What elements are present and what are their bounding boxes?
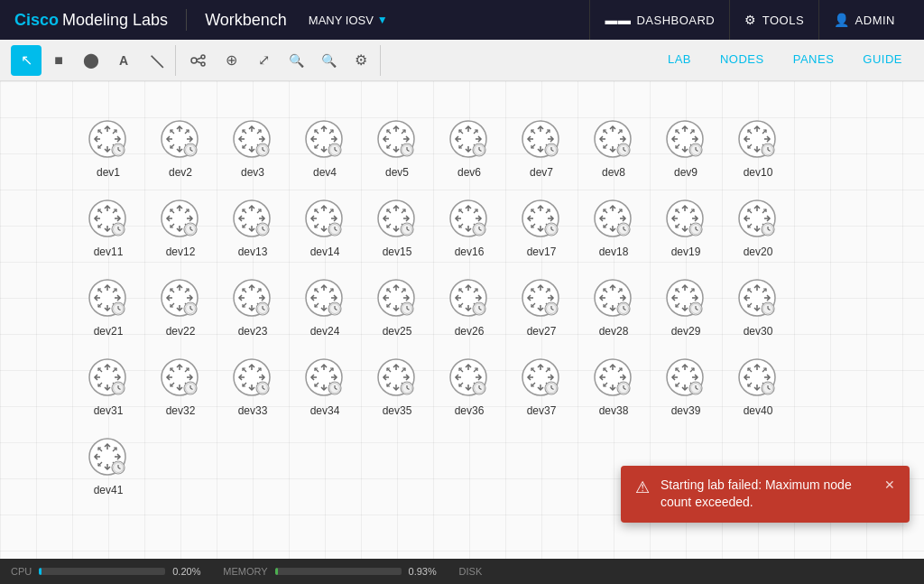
line-tool-button[interactable]: | [134, 38, 178, 81]
rectangle-tool-button[interactable]: ■ [43, 45, 74, 76]
tab-nodes[interactable]: NODES [706, 47, 779, 73]
node-item-dev12[interactable]: dev12 [144, 197, 217, 258]
node-item-dev23[interactable]: dev23 [217, 276, 289, 338]
node-icon [591, 356, 636, 401]
toolbar: ↖ ■ ⬤ A | ⊕ ⤢ 🔍 🔍 ⚙ LAB NODES PANES GUID… [0, 40, 924, 81]
node-icon [735, 117, 781, 162]
node-item-dev11[interactable]: dev11 [72, 197, 144, 258]
node-label: dev36 [455, 404, 485, 417]
tab-lab[interactable]: LAB [653, 47, 706, 73]
node-item-dev20[interactable]: dev20 [722, 197, 794, 258]
circle-tool-button[interactable]: ⬤ [76, 45, 106, 76]
zoom-out-button[interactable]: 🔍 [281, 45, 311, 76]
memory-value: 0.93% [409, 566, 445, 577]
toast-message: Starting lab failed: Maximum node count … [661, 477, 873, 512]
nav-tools[interactable]: ⚙ TOOLS [729, 0, 818, 40]
node-item-dev31[interactable]: dev31 [72, 356, 144, 417]
node-icon [447, 276, 492, 321]
node-label: dev28 [599, 325, 629, 338]
nav-dashboard[interactable]: ▬▬ DASHBOARD [589, 0, 729, 40]
canvas-settings-button[interactable]: ⚙ [346, 45, 376, 76]
node-item-dev3[interactable]: dev3 [217, 117, 289, 179]
node-item-dev14[interactable]: dev14 [289, 197, 361, 258]
page-title: Workbench [205, 11, 287, 30]
node-icon [663, 276, 708, 321]
node-item-dev8[interactable]: dev8 [578, 117, 650, 179]
cpu-bar-fill [39, 568, 42, 575]
node-item-dev35[interactable]: dev35 [361, 356, 433, 417]
node-item-dev4[interactable]: dev4 [289, 117, 361, 179]
toolbar-tabs: LAB NODES PANES GUIDE [653, 47, 917, 73]
tab-panes[interactable]: PANES [779, 47, 849, 73]
node-item-dev26[interactable]: dev26 [433, 276, 505, 338]
zoom-in-button[interactable]: 🔍 [313, 45, 344, 76]
lab-selector[interactable]: MANY IOSV ▼ [309, 14, 388, 27]
cpu-status: CPU 0.20% [11, 566, 223, 577]
node-item-dev5[interactable]: dev5 [361, 117, 433, 179]
node-item-dev38[interactable]: dev38 [578, 356, 650, 417]
node-item-dev15[interactable]: dev15 [361, 197, 433, 258]
node-item-dev25[interactable]: dev25 [361, 276, 433, 338]
node-item-dev9[interactable]: dev9 [650, 117, 722, 179]
node-item-dev36[interactable]: dev36 [433, 356, 505, 417]
node-item-dev7[interactable]: dev7 [505, 117, 578, 179]
node-label: dev12 [166, 246, 196, 258]
node-item-dev22[interactable]: dev22 [144, 276, 217, 338]
node-label: dev23 [238, 325, 268, 338]
node-item-dev34[interactable]: dev34 [289, 356, 361, 417]
fit-button[interactable]: ⤢ [248, 45, 279, 76]
node-icon [735, 276, 781, 321]
text-tool-button[interactable]: A [108, 45, 139, 76]
user-icon: 👤 [834, 13, 850, 27]
node-icon [735, 197, 781, 242]
nav-admin[interactable]: 👤 ADMIN [818, 0, 910, 40]
node-item-dev37[interactable]: dev37 [505, 356, 578, 417]
cpu-bar [39, 568, 165, 575]
node-item-dev21[interactable]: dev21 [72, 276, 144, 338]
node-item-dev33[interactable]: dev33 [217, 356, 289, 417]
locate-button[interactable]: ⊕ [216, 45, 246, 76]
node-icon [302, 356, 347, 401]
node-item-dev10[interactable]: dev10 [722, 117, 794, 179]
node-icon [519, 197, 564, 242]
node-item-dev28[interactable]: dev28 [578, 276, 650, 338]
node-item-dev1[interactable]: dev1 [72, 117, 144, 179]
toast-close-button[interactable]: ✕ [884, 477, 895, 492]
node-item-dev16[interactable]: dev16 [433, 197, 505, 258]
node-item-dev24[interactable]: dev24 [289, 276, 361, 338]
node-icon [663, 356, 708, 401]
app-logo: Cisco Modeling Labs [14, 11, 168, 30]
node-label: dev20 [744, 246, 773, 258]
node-item-dev40[interactable]: dev40 [722, 356, 794, 417]
node-label: dev22 [166, 325, 196, 338]
app-header: Cisco Modeling Labs Workbench MANY IOSV … [0, 0, 924, 40]
connect-button[interactable] [183, 45, 214, 76]
node-icon [519, 117, 564, 162]
node-item-dev17[interactable]: dev17 [505, 197, 578, 258]
lab-selector-label: MANY IOSV [309, 14, 374, 27]
node-icon [302, 276, 347, 321]
node-item-dev27[interactable]: dev27 [505, 276, 578, 338]
statusbar: CPU 0.20% MEMORY 0.93% DISK [0, 559, 924, 584]
node-label: dev3 [241, 166, 264, 179]
node-item-dev2[interactable]: dev2 [144, 117, 217, 179]
node-item-dev41[interactable]: dev41 [72, 435, 144, 496]
gear-icon: ⚙ [744, 13, 757, 27]
node-item-dev32[interactable]: dev32 [144, 356, 217, 417]
node-item-dev19[interactable]: dev19 [650, 197, 722, 258]
node-item-dev18[interactable]: dev18 [578, 197, 650, 258]
error-toast: ⚠ Starting lab failed: Maximum node coun… [621, 466, 910, 523]
node-item-dev13[interactable]: dev13 [217, 197, 289, 258]
node-item-dev39[interactable]: dev39 [650, 356, 722, 417]
node-item-dev6[interactable]: dev6 [433, 117, 505, 179]
node-label: dev18 [599, 246, 629, 258]
node-icon [374, 197, 420, 242]
tab-guide[interactable]: GUIDE [848, 47, 917, 73]
node-icon [374, 117, 420, 162]
node-item-dev29[interactable]: dev29 [650, 276, 722, 338]
node-label: dev35 [383, 404, 412, 417]
node-item-dev30[interactable]: dev30 [722, 276, 794, 338]
cursor-tool-button[interactable]: ↖ [11, 45, 42, 76]
canvas[interactable]: dev1 [0, 81, 924, 559]
node-label: dev33 [238, 404, 268, 417]
